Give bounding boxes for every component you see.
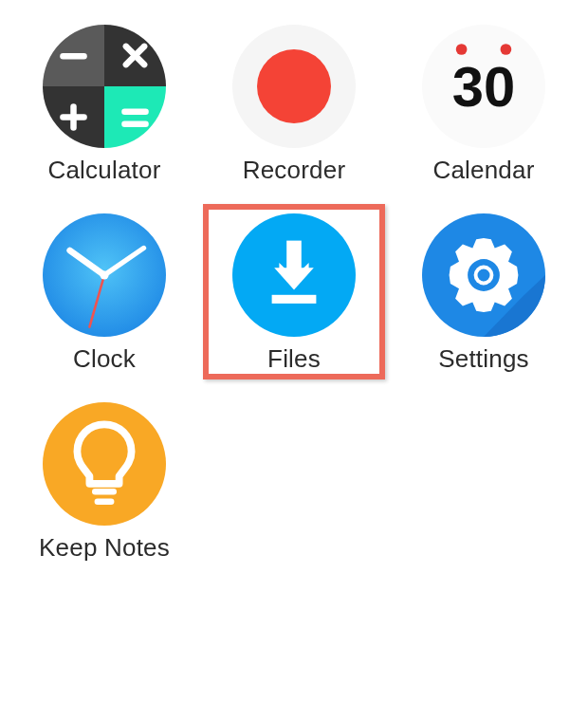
svg-rect-24	[286, 241, 302, 270]
app-label: Calculator	[47, 156, 160, 185]
app-calculator[interactable]: Calculator	[9, 19, 199, 189]
app-label: Clock	[73, 344, 136, 374]
svg-rect-33	[92, 489, 117, 495]
svg-point-22	[100, 270, 108, 279]
svg-rect-5	[60, 53, 87, 60]
recorder-icon	[232, 25, 356, 148]
keep-notes-icon	[43, 402, 166, 526]
svg-rect-9	[70, 103, 77, 131]
svg-rect-10	[121, 108, 149, 115]
files-icon	[232, 213, 356, 337]
calculator-icon	[43, 25, 166, 148]
svg-point-15	[456, 44, 468, 55]
app-label: Keep Notes	[39, 533, 170, 563]
svg-rect-26	[272, 295, 317, 304]
app-label: Files	[267, 344, 321, 374]
app-grid: Calculator Recorder 30 Calendar	[0, 0, 588, 576]
svg-rect-4	[104, 86, 166, 148]
app-files[interactable]: Files	[199, 208, 389, 378]
svg-point-13	[257, 49, 331, 123]
svg-rect-11	[121, 120, 149, 126]
clock-icon	[43, 213, 166, 337]
app-recorder[interactable]: Recorder	[199, 19, 389, 189]
app-label: Calendar	[432, 156, 534, 185]
svg-point-31	[478, 269, 490, 282]
svg-rect-34	[95, 498, 115, 505]
app-calendar[interactable]: 30 Calendar	[389, 19, 579, 189]
svg-point-16	[501, 44, 512, 55]
app-label: Settings	[438, 344, 529, 374]
app-clock[interactable]: Clock	[9, 208, 199, 378]
svg-text:30: 30	[452, 55, 516, 119]
app-keep-notes[interactable]: Keep Notes	[9, 397, 199, 566]
app-label: Recorder	[243, 156, 346, 185]
calendar-icon: 30	[422, 25, 545, 148]
settings-icon	[422, 213, 545, 337]
app-settings[interactable]: Settings	[389, 208, 579, 378]
